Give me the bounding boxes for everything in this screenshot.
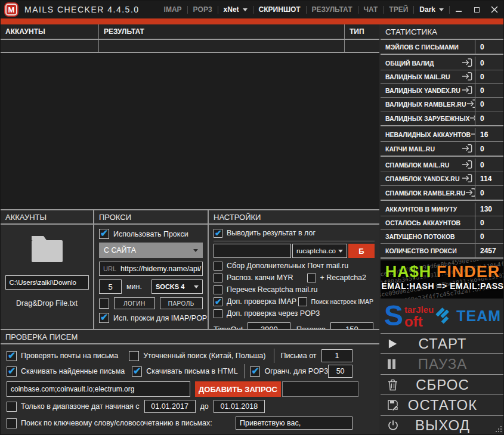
threads-input[interactable]: 150 bbox=[330, 322, 373, 329]
download-html-checkbox[interactable] bbox=[132, 366, 142, 377]
stat-label: ОБЩИЙ ВАЛИД bbox=[381, 57, 475, 70]
imap-extra-check-checkbox[interactable] bbox=[214, 297, 222, 306]
theme-dropdown[interactable]: Dark bbox=[414, 5, 449, 14]
pause-button[interactable]: ПАУЗА bbox=[381, 353, 504, 374]
hash-finder-banner[interactable]: dce890f1f80ab9fd6e8be4590e1a5901eLeo789$… bbox=[381, 260, 504, 299]
download-found-label: Скачивать найденные письма bbox=[21, 367, 125, 375]
letters-from-input[interactable]: 1 bbox=[321, 349, 353, 362]
stat-value: 0 bbox=[475, 40, 504, 54]
use-proxy-checkbox[interactable] bbox=[99, 229, 109, 239]
menu-xnet-dropdown[interactable]: xNet bbox=[218, 5, 253, 14]
recaptcha-mailru-checkbox[interactable] bbox=[214, 285, 222, 294]
stat-value: 0 bbox=[475, 159, 504, 172]
captcha-service-select[interactable]: rucaptcha.co bbox=[292, 244, 347, 258]
threads-label: Потоков bbox=[296, 325, 326, 329]
myr-captcha-checkbox[interactable] bbox=[214, 274, 222, 282]
proxy-type-select[interactable]: SOCKS 4 bbox=[151, 279, 203, 294]
export-arrow-icon[interactable] bbox=[462, 72, 473, 82]
log-output-checkbox[interactable] bbox=[214, 229, 222, 238]
export-arrow-icon[interactable] bbox=[462, 85, 473, 96]
proxy-url-input[interactable]: URL https://hidemy.name/api/ bbox=[99, 262, 203, 276]
pop3-limit-input[interactable]: 50 bbox=[328, 365, 353, 378]
menu-screenshot[interactable]: СКРИНШОТ bbox=[253, 5, 306, 14]
search-query-input[interactable]: coinbase.com;coinvault.io;electrum.org bbox=[7, 381, 190, 397]
pop3-extra-check-checkbox[interactable] bbox=[214, 309, 222, 318]
captcha-key-input[interactable] bbox=[214, 244, 291, 258]
stat-row: ВАЛИДНЫХ YANDEX.RU 0 bbox=[381, 84, 504, 98]
export-arrow-icon[interactable] bbox=[462, 160, 473, 170]
stat-value: 0 bbox=[475, 186, 504, 200]
stat-value: 0 bbox=[475, 70, 504, 83]
stats-group: АККАУНТОВ В МИНУТУ 130 ОСТАЛОСЬ АККАУНТО… bbox=[381, 203, 504, 259]
proxy-login-field[interactable]: ЛОГИН bbox=[114, 297, 155, 309]
collect-extra-mails-checkbox[interactable] bbox=[214, 262, 222, 271]
url-prefix-label: URL bbox=[103, 265, 116, 272]
keyword-search-checkbox[interactable] bbox=[7, 418, 17, 428]
export-arrow-icon[interactable] bbox=[462, 144, 473, 154]
imap-settings-search-checkbox[interactable] bbox=[298, 297, 307, 306]
start-button[interactable]: СТАРТ bbox=[381, 333, 504, 353]
menu-tray[interactable]: ТРЕЙ bbox=[384, 5, 413, 14]
maximize-button[interactable] bbox=[468, 1, 486, 18]
proxy-refresh-minutes-input[interactable]: 5 bbox=[99, 279, 122, 294]
resize-grip[interactable] bbox=[494, 425, 502, 433]
proxy-for-imap-checkbox[interactable] bbox=[99, 313, 109, 323]
close-button[interactable] bbox=[486, 1, 503, 18]
column-header-type[interactable]: ТИП bbox=[345, 24, 379, 39]
column-header-result[interactable]: РЕЗУЛЬТАТ bbox=[99, 24, 345, 39]
pop3-limit-checkbox[interactable] bbox=[250, 366, 260, 377]
export-arrow-icon[interactable] bbox=[469, 113, 475, 124]
accounts-file-path-input[interactable]: C:\Users\zaiki\Downlo bbox=[5, 275, 89, 290]
recaptcha2-checkbox[interactable] bbox=[307, 274, 316, 282]
export-arrow-icon[interactable] bbox=[471, 129, 475, 140]
settings-panel-title: НАСТРОЙКИ bbox=[209, 210, 379, 225]
proxy-auth-checkbox[interactable] bbox=[99, 299, 109, 309]
stat-row: ОСТАЛОСЬ АККАУНТОВ 0 bbox=[381, 216, 504, 230]
close-icon bbox=[491, 6, 498, 13]
stats-group: СПАМБЛОК MAIL.RU 0 СПАМБЛОК YANDEX.RU 11… bbox=[381, 159, 504, 201]
minimize-button[interactable] bbox=[450, 1, 468, 18]
stat-label: ВАЛИДНЫХ ЗАРУБЕЖНЫХ bbox=[381, 111, 475, 125]
reset-button[interactable]: СБРОС bbox=[381, 374, 504, 394]
proxy-panel: ПРОКСИ Использовать Прокси С САЙТА URL bbox=[94, 210, 209, 329]
refined-search-checkbox[interactable] bbox=[129, 351, 139, 361]
added-query-field[interactable] bbox=[282, 381, 358, 397]
exit-button[interactable]: ВЫХОД bbox=[381, 415, 504, 435]
menu-result[interactable]: РЕЗУЛЬТАТ bbox=[307, 5, 358, 14]
proxy-source-select[interactable]: С САЙТА bbox=[99, 243, 203, 258]
timeout-input[interactable]: 3000 bbox=[248, 322, 290, 329]
menu-pop3[interactable]: POP3 bbox=[188, 5, 218, 14]
starjleu-soft-logo[interactable]: S tarJleu oft bbox=[384, 301, 434, 331]
add-query-button[interactable]: ДОБАВИТЬ ЗАПРОС bbox=[195, 381, 281, 397]
save-edit-icon bbox=[387, 399, 399, 411]
date-range-checkbox[interactable] bbox=[7, 402, 17, 412]
recaptcha2-label: + Recaptcha2 bbox=[320, 274, 366, 282]
export-arrow-icon[interactable] bbox=[465, 188, 475, 198]
table-row bbox=[1, 40, 379, 53]
folder-icon[interactable] bbox=[28, 234, 66, 265]
banner-title: HA$H FINDER bbox=[381, 262, 504, 281]
pop3-limit-label: Огранч. для POP3 bbox=[264, 367, 328, 375]
keyword-input[interactable]: Приветствую вас, bbox=[236, 417, 353, 430]
captcha-balance-button[interactable]: Б bbox=[348, 244, 375, 258]
column-header-accounts[interactable]: АККАУНТЫ bbox=[1, 24, 99, 39]
stat-value: 2457 bbox=[475, 244, 504, 257]
date-from-input[interactable]: 01.01.2017 bbox=[144, 400, 196, 413]
statistics-title: СТАТИСТИКА bbox=[381, 24, 504, 40]
team-logo[interactable]: TEAM bbox=[434, 306, 501, 326]
table-header: АККАУНТЫ РЕЗУЛЬТАТ ТИП bbox=[1, 24, 379, 40]
check-mails-checkbox[interactable] bbox=[7, 351, 17, 361]
menu-chat[interactable]: ЧАТ bbox=[358, 5, 384, 14]
export-arrow-icon[interactable] bbox=[466, 99, 475, 110]
stat-label: СПАМБЛОК YANDEX.RU bbox=[381, 172, 475, 185]
collect-extra-mails-label: Сбор Дополнительных Почт mail.ru bbox=[227, 262, 348, 270]
remainder-button[interactable]: ОСТАТОК bbox=[381, 394, 504, 415]
menu-bar: IMAP POP3 xNet СКРИНШОТ РЕЗУЛЬТАТ ЧАТ ТР… bbox=[159, 1, 503, 18]
date-to-input[interactable]: 01.01.2018 bbox=[214, 400, 265, 413]
menu-imap[interactable]: IMAP bbox=[159, 5, 187, 14]
proxy-password-field[interactable]: ПАРОЛЬ bbox=[160, 297, 203, 309]
export-arrow-icon[interactable] bbox=[462, 58, 473, 69]
export-arrow-icon[interactable] bbox=[462, 173, 473, 184]
download-found-checkbox[interactable] bbox=[7, 366, 17, 377]
date-to-label: до bbox=[200, 402, 209, 411]
